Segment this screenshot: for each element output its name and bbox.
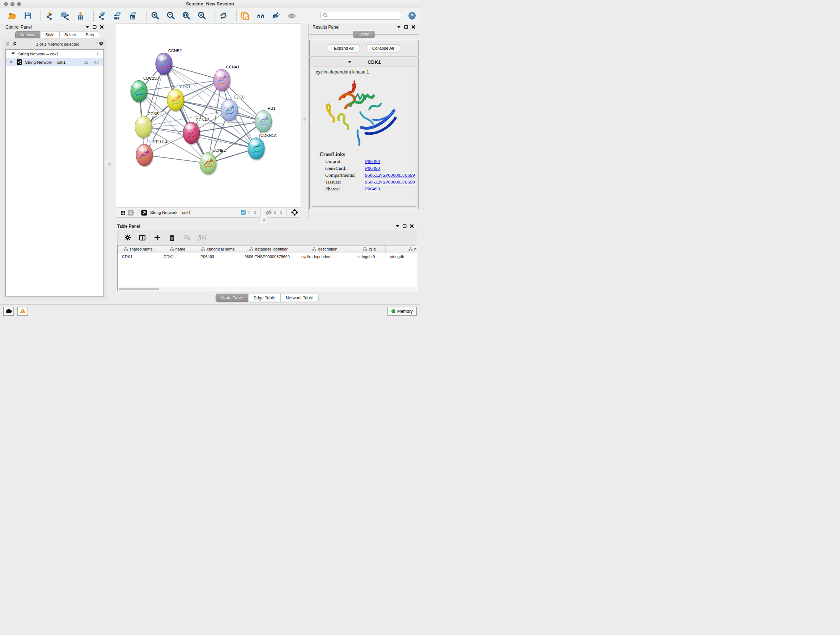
export-image-icon[interactable] — [128, 10, 139, 21]
hidden-eye-icon[interactable] — [265, 209, 272, 217]
column-header-databaseidentifier[interactable]: database identifier — [240, 245, 297, 253]
table-cell[interactable]: stringdb:9... — [353, 253, 386, 261]
results-panel-float-icon[interactable] — [404, 25, 408, 29]
memory-button[interactable]: Memory — [387, 307, 417, 316]
trash-icon[interactable] — [168, 234, 176, 241]
network-row[interactable]: String Network – cdk1 11 48 — [6, 58, 103, 66]
refresh-icon[interactable] — [218, 10, 229, 21]
node-CCNE1[interactable] — [200, 152, 216, 174]
node-CCNB2[interactable] — [156, 53, 172, 74]
network-graph-canvas[interactable]: CCNB2CCNA1CDC25BCDK1CDC6RB1CCNB1CCNA2CDK… — [116, 24, 301, 207]
node-CDC6[interactable] — [221, 99, 238, 121]
table-panel-close-icon[interactable] — [410, 224, 414, 228]
collapse-all-button[interactable]: Collapse All — [366, 44, 400, 52]
save-icon[interactable] — [22, 10, 33, 21]
canvas-results-splitter[interactable] — [301, 23, 309, 218]
tab-node-table[interactable]: Node Table — [216, 294, 248, 302]
table-cell[interactable]: CDK1 — [118, 253, 159, 261]
column-header-sharedname[interactable]: shared name — [118, 245, 159, 253]
crosslink-link[interactable]: P06493 — [365, 158, 380, 165]
collapse-all-networks-icon[interactable] — [5, 41, 10, 48]
control-panel-menu-icon[interactable] — [85, 25, 89, 29]
canvas-table-splitter-handle[interactable] — [261, 217, 267, 223]
eye-icon[interactable] — [286, 10, 297, 21]
table-cell[interactable]: cyclin-dependent ... — [297, 253, 353, 261]
tab-edge-table[interactable]: Edge Table — [248, 294, 281, 302]
eye-waves-icon[interactable] — [271, 10, 281, 21]
export-table-icon[interactable] — [112, 10, 123, 21]
search-box[interactable] — [321, 12, 401, 19]
network-collection-row[interactable]: String Network – cdk1 1 — [6, 50, 103, 58]
tab-sets[interactable]: Sets — [81, 31, 99, 38]
crosslink-link[interactable]: 9606.ENSP00000378699 — [365, 172, 415, 178]
zoom-fit-icon[interactable] — [180, 10, 191, 21]
import-table-icon[interactable] — [75, 10, 86, 21]
results-panel-close-icon[interactable] — [411, 25, 415, 29]
zoom-out-icon[interactable] — [165, 10, 176, 21]
node-RB1[interactable] — [255, 111, 272, 132]
canvas-results-splitter-handle[interactable] — [302, 116, 308, 122]
edge-ccnb2-ccne1[interactable] — [164, 64, 208, 163]
import-database-icon[interactable] — [59, 10, 70, 21]
tab-select[interactable]: Select — [59, 31, 81, 38]
table-row[interactable]: CDK1CDK1P064939606.ENSP00000378699cyclin… — [118, 253, 417, 261]
zoom-selected-icon[interactable] — [196, 10, 207, 21]
left-splitter-handle[interactable] — [106, 161, 112, 167]
network-overview-share-icon[interactable] — [126, 209, 134, 216]
table-cell[interactable]: P06493 — [196, 253, 240, 261]
zoom-in-icon[interactable] — [149, 10, 160, 21]
birds-eye-view-icon[interactable] — [140, 209, 148, 216]
fit-selected-crosshair-icon[interactable] — [291, 209, 298, 217]
warnings-button[interactable] — [17, 307, 28, 316]
tab-network[interactable]: Network — [15, 31, 41, 38]
gear-icon[interactable] — [124, 234, 131, 241]
table-cell[interactable]: 9606.ENSP00000378699 — [240, 253, 297, 261]
crosslink-link[interactable]: P06493 — [365, 186, 380, 192]
crosslink-link[interactable]: P06493 — [365, 165, 380, 171]
columns-icon[interactable] — [139, 234, 146, 241]
add-plus-icon[interactable] — [153, 234, 161, 241]
grid-view-icon[interactable] — [118, 209, 126, 216]
expand-all-networks-icon[interactable] — [13, 41, 17, 48]
network-options-gear-icon[interactable] — [98, 41, 104, 48]
table-panel-float-icon[interactable] — [403, 224, 407, 228]
collection-expander-icon[interactable] — [11, 52, 15, 56]
table-panel-menu-icon[interactable] — [395, 225, 399, 228]
open-folder-icon[interactable] — [6, 10, 17, 21]
expand-all-button[interactable]: Expand All — [328, 44, 360, 52]
entry-expander-icon[interactable] — [347, 59, 352, 65]
node-HIST1H1A[interactable] — [136, 144, 153, 166]
node-CCNB1[interactable] — [135, 116, 152, 138]
entry-header[interactable]: CDK1 — [309, 57, 418, 67]
network-documents-icon[interactable] — [240, 10, 250, 21]
houses-icon[interactable] — [255, 10, 266, 21]
node-CDK1[interactable] — [167, 89, 184, 111]
selected-checkbox-icon[interactable] — [240, 210, 246, 216]
table-cell[interactable]: CDK1 — [159, 253, 196, 261]
node-CDKN1A[interactable] — [248, 138, 264, 159]
node-CCNA1[interactable] — [213, 69, 230, 91]
table-horizontal-scrollbar[interactable] — [118, 287, 417, 291]
search-input[interactable] — [327, 13, 399, 18]
crosslink-link[interactable]: 9606.ENSP00000378699 — [365, 179, 415, 185]
control-panel-close-icon[interactable] — [100, 25, 104, 29]
canvas-table-splitter[interactable] — [111, 218, 420, 222]
cloud-button[interactable] — [3, 307, 14, 316]
column-header-description[interactable]: description — [297, 245, 353, 253]
table-cell[interactable]: stringdb — [386, 253, 417, 261]
scrollbar-thumb[interactable] — [118, 288, 159, 290]
tab-network-table[interactable]: Network Table — [280, 294, 319, 302]
export-network-icon[interactable] — [96, 10, 107, 21]
left-splitter[interactable] — [107, 23, 111, 304]
column-header-namespace[interactable]: namespace — [386, 245, 417, 253]
edge-hist1h1a-ccne1[interactable] — [144, 155, 208, 163]
column-header-name[interactable]: name — [159, 245, 196, 253]
column-header-canonicalname[interactable]: canonical name — [196, 245, 240, 253]
tab-style[interactable]: Style — [40, 31, 60, 38]
import-network-icon[interactable] — [44, 10, 55, 21]
column-header-id[interactable]: @id — [353, 245, 386, 253]
results-panel-menu-icon[interactable] — [397, 25, 401, 29]
control-panel-float-icon[interactable] — [93, 25, 96, 29]
help-button[interactable]: ? — [409, 11, 416, 19]
tab-string[interactable]: String — [353, 31, 375, 38]
